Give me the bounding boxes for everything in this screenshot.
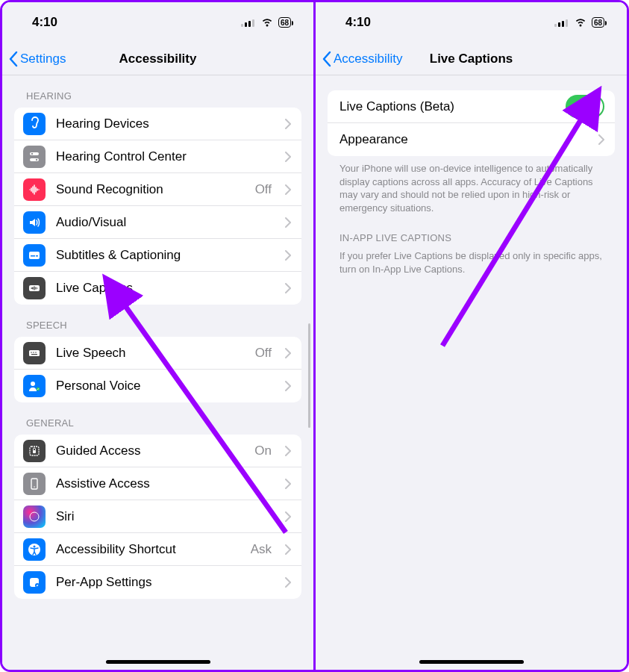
caption-icon <box>23 244 46 267</box>
chevron-right-icon <box>285 119 291 129</box>
row-assistive-access[interactable]: Assistive Access <box>14 467 301 500</box>
section-header-inapp: IN-APP LIVE CAPTIONS <box>328 214 615 249</box>
row-label: Live Captions (Beta) <box>339 99 555 114</box>
chevron-right-icon <box>285 381 291 391</box>
status-time: 4:10 <box>32 15 57 30</box>
back-button[interactable]: Accessibility <box>322 51 403 67</box>
app-settings-icon <box>23 571 46 594</box>
row-sound-recognition[interactable]: Sound Recognition Off <box>14 173 301 206</box>
svg-point-9 <box>31 352 32 353</box>
section-header-speech: SPEECH <box>14 305 301 337</box>
svg-rect-16 <box>33 450 36 453</box>
svg-point-11 <box>35 352 37 353</box>
row-label: Hearing Devices <box>56 116 275 131</box>
row-label: Personal Voice <box>56 379 275 393</box>
svg-rect-5 <box>31 255 35 257</box>
sliders-icon <box>23 146 46 168</box>
phone-right: 4:10 68 Accessibility Live Captions Live… <box>316 2 627 670</box>
group-hearing: Hearing Devices Hearing Control Center S… <box>14 108 301 305</box>
row-label: Live Captions <box>56 281 275 296</box>
keyboard-icon <box>23 342 46 364</box>
row-accessibility-shortcut[interactable]: Accessibility Shortcut Ask <box>14 533 301 566</box>
home-indicator[interactable] <box>106 660 210 664</box>
row-siri[interactable]: Siri <box>14 500 301 533</box>
chevron-right-icon <box>285 184 291 195</box>
row-label: Sound Recognition <box>56 182 245 197</box>
nav-bar: Settings Accessibility <box>2 43 313 75</box>
row-live-captions[interactable]: Live Captions <box>14 272 301 305</box>
svg-rect-1 <box>30 158 39 161</box>
row-label: Appearance <box>339 132 588 147</box>
chevron-right-icon <box>285 348 291 358</box>
chevron-right-icon <box>285 446 291 456</box>
phone-frame-icon <box>23 473 46 495</box>
svg-rect-8 <box>29 350 40 356</box>
battery-icon: 68 <box>592 17 604 28</box>
svg-point-18 <box>34 486 35 488</box>
section-footer: If you prefer Live Captions be displayed… <box>328 249 615 276</box>
group-general: Guided Access On Assistive Access Siri A… <box>14 435 301 599</box>
nav-bar: Accessibility Live Captions <box>316 43 627 75</box>
row-label: Per-App Settings <box>56 575 275 590</box>
row-label: Assistive Access <box>56 476 275 491</box>
speaker-icon <box>23 211 46 234</box>
svg-point-3 <box>36 158 37 160</box>
row-hearing-control-center[interactable]: Hearing Control Center <box>14 140 301 173</box>
row-per-app-settings[interactable]: Per-App Settings <box>14 566 301 599</box>
back-button[interactable]: Settings <box>8 51 66 67</box>
phone-left: 4:10 68 Settings Accessibility HEARING H… <box>2 2 316 670</box>
row-guided-access[interactable]: Guided Access On <box>14 435 301 467</box>
row-label: Subtitles & Captioning <box>56 248 275 263</box>
row-label: Live Speech <box>56 346 245 361</box>
scrollbar[interactable] <box>308 323 310 428</box>
row-hearing-devices[interactable]: Hearing Devices <box>14 108 301 140</box>
chevron-right-icon <box>285 250 291 261</box>
wifi-icon <box>260 17 274 28</box>
row-label: Hearing Control Center <box>56 149 275 164</box>
status-bar: 4:10 68 <box>316 2 627 43</box>
row-label: Siri <box>56 509 275 524</box>
svg-rect-12 <box>31 354 37 355</box>
wifi-icon <box>574 17 587 28</box>
home-indicator[interactable] <box>419 660 524 664</box>
row-label: Audio/Visual <box>56 215 275 230</box>
row-detail: Off <box>255 346 272 361</box>
row-detail: Off <box>255 182 272 197</box>
svg-point-10 <box>33 352 34 353</box>
group-live-captions: Live Captions (Beta) Appearance <box>328 90 615 156</box>
back-label: Accessibility <box>334 52 403 66</box>
siri-icon <box>23 505 46 528</box>
chevron-right-icon <box>285 217 291 228</box>
chevron-right-icon <box>285 544 291 555</box>
chevron-right-icon <box>285 511 291 522</box>
chevron-right-icon <box>285 283 291 293</box>
svg-point-19 <box>30 512 39 521</box>
chevron-right-icon <box>285 152 291 162</box>
svg-rect-0 <box>30 152 39 155</box>
row-detail: Ask <box>251 542 272 557</box>
row-detail: On <box>254 444 272 458</box>
svg-point-13 <box>31 382 35 386</box>
signal-icon <box>241 18 256 27</box>
status-time: 4:10 <box>345 15 371 30</box>
row-appearance[interactable]: Appearance <box>328 123 615 156</box>
back-label: Settings <box>20 52 66 66</box>
status-bar: 4:10 68 <box>2 2 313 43</box>
row-label: Guided Access <box>56 444 244 458</box>
group-speech: Live Speech Off Personal Voice <box>14 337 301 402</box>
row-subtitles-captioning[interactable]: Subtitles & Captioning <box>14 239 301 272</box>
row-audio-visual[interactable]: Audio/Visual <box>14 206 301 239</box>
battery-icon: 68 <box>278 17 291 28</box>
signal-icon <box>554 18 569 27</box>
row-live-speech[interactable]: Live Speech Off <box>14 337 301 370</box>
row-personal-voice[interactable]: Personal Voice <box>14 370 301 402</box>
chevron-right-icon <box>598 134 604 145</box>
row-label: Accessibility Shortcut <box>56 542 240 557</box>
svg-point-2 <box>31 152 33 154</box>
svg-rect-6 <box>36 255 38 257</box>
row-live-captions-toggle[interactable]: Live Captions (Beta) <box>328 90 615 123</box>
person-voice-icon <box>23 375 46 397</box>
toggle-switch[interactable] <box>566 95 604 118</box>
waveform-icon <box>23 178 46 201</box>
section-footer: Your iPhone will use on-device intellige… <box>328 156 615 214</box>
